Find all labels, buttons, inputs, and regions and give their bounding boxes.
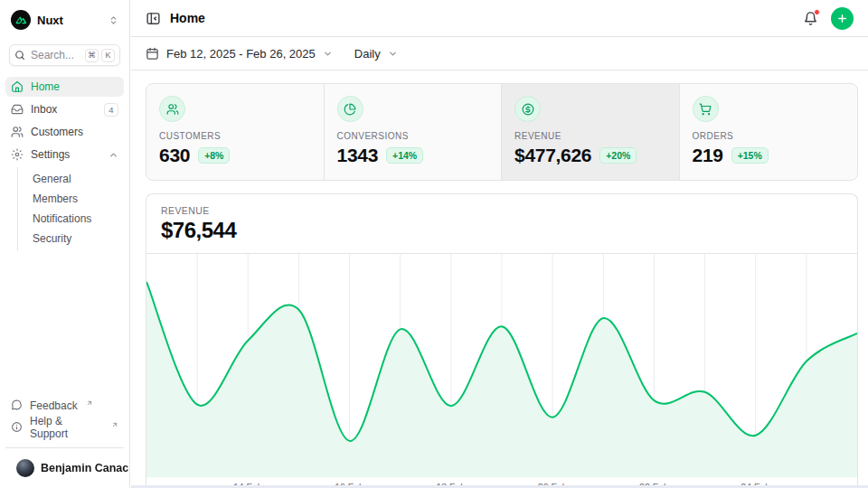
- panel-left-close-icon: [146, 11, 161, 26]
- page-title: Home: [170, 11, 205, 25]
- stat-delta-badge: +14%: [386, 147, 423, 164]
- sidebar-item-customers[interactable]: Customers: [5, 122, 124, 142]
- arrow-up-right-icon: [86, 399, 93, 407]
- chart-title: REVENUE: [161, 205, 843, 216]
- revenue-area-chart[interactable]: [146, 253, 857, 477]
- sidebar-item-home[interactable]: Home: [5, 77, 124, 97]
- stat-value: 630: [159, 145, 190, 166]
- side-link-label: Help & Support: [30, 415, 103, 440]
- gear-icon: [11, 148, 24, 161]
- user-name: Benjamin Canac: [41, 462, 128, 474]
- notifications-button[interactable]: [803, 11, 818, 26]
- revenue-chart-card: REVENUE $76,544 14 Feb16 Feb18 Feb20 Feb…: [146, 193, 858, 488]
- stat-card-conversions[interactable]: CONVERSIONS 1343 +14%: [325, 84, 503, 180]
- sidebar-item-label: Settings: [31, 148, 70, 161]
- sidebar-item-settings[interactable]: Settings: [5, 145, 124, 164]
- arrow-up-right-icon: [111, 421, 118, 428]
- chevrons-up-down-icon: [108, 15, 118, 25]
- notification-dot: [814, 9, 820, 15]
- sidebar-item-members[interactable]: Members: [18, 189, 124, 209]
- collapse-sidebar-button[interactable]: [146, 11, 161, 26]
- stat-card-customers[interactable]: CUSTOMERS 630 +8%: [146, 84, 325, 180]
- chart-current-value: $76,544: [161, 218, 843, 243]
- search-shortcut: ⌘ K: [85, 49, 115, 62]
- stat-card-orders[interactable]: ORDERS 219 +15%: [680, 84, 858, 180]
- revenue-chart-svg: [146, 254, 857, 477]
- user-menu[interactable]: Benjamin Canac: [11, 457, 118, 479]
- kbd-k: K: [101, 49, 115, 62]
- stat-label: REVENUE: [514, 131, 666, 141]
- chevron-down-icon: [388, 49, 398, 59]
- kbd-cmd: ⌘: [85, 49, 99, 62]
- message-circle-icon: [11, 399, 23, 411]
- users-icon: [11, 126, 24, 138]
- stat-label: CUSTOMERS: [159, 131, 311, 141]
- sidebar-nav: Home Inbox 4 Customers Settings Genera: [0, 75, 129, 252]
- stat-delta-badge: +15%: [731, 147, 769, 164]
- help-support-link[interactable]: Help & Support: [5, 418, 124, 436]
- date-range-label: Feb 12, 2025 - Feb 26, 2025: [166, 47, 316, 61]
- sidebar-divider: [5, 447, 124, 448]
- nuxt-logo-icon: [11, 10, 31, 30]
- sidebar-item-general[interactable]: General: [18, 169, 124, 189]
- header-actions: [803, 7, 854, 30]
- stat-value: 219: [693, 145, 723, 166]
- chevron-up-icon: [108, 150, 118, 160]
- filters-toolbar: Feb 12, 2025 - Feb 26, 2025 Daily: [131, 37, 868, 70]
- sidebar-item-label: Customers: [31, 126, 83, 138]
- sidebar: Nuxt Search... ⌘ K Home Inbox 4: [0, 0, 130, 488]
- search-icon: [14, 50, 25, 61]
- sidebar-item-inbox[interactable]: Inbox 4: [5, 99, 124, 119]
- settings-subnav: General Members Notifications Security: [17, 167, 124, 250]
- avatar: [16, 459, 34, 477]
- sidebar-item-notifications[interactable]: Notifications: [18, 209, 124, 229]
- date-range-picker[interactable]: Feb 12, 2025 - Feb 26, 2025: [146, 47, 333, 61]
- inbox-count-badge: 4: [104, 103, 118, 117]
- side-link-label: Feedback: [30, 399, 78, 412]
- main-area: Home Feb 12, 2025 - Feb 26, 2025: [131, 0, 868, 488]
- stat-delta-badge: +8%: [198, 147, 230, 164]
- sidebar-item-label: Inbox: [31, 103, 57, 116]
- pie-chart-icon: [337, 96, 363, 122]
- stat-card-revenue[interactable]: REVENUE $477,626 +20%: [502, 84, 680, 180]
- stats-panel: CUSTOMERS 630 +8% CONVERSIONS 1343 +14%: [146, 83, 858, 181]
- chevron-down-icon: [323, 49, 333, 59]
- inbox-icon: [11, 103, 24, 116]
- sidebar-item-label: Home: [31, 80, 60, 93]
- stat-value: 1343: [337, 145, 379, 166]
- dashboard-content: CUSTOMERS 630 +8% CONVERSIONS 1343 +14%: [131, 70, 868, 488]
- add-button[interactable]: [831, 7, 854, 30]
- workspace-name: Nuxt: [37, 14, 63, 27]
- page-header: Home: [131, 0, 868, 37]
- stat-label: CONVERSIONS: [337, 131, 489, 141]
- granularity-select[interactable]: Daily: [354, 47, 398, 61]
- sidebar-item-security[interactable]: Security: [18, 229, 124, 249]
- info-circle-icon: [11, 421, 23, 433]
- chart-header: REVENUE $76,544: [146, 194, 857, 253]
- home-icon: [11, 80, 24, 93]
- workspace-switcher[interactable]: Nuxt: [5, 7, 124, 33]
- shopping-cart-icon: [693, 96, 719, 122]
- circle-dollar-icon: [514, 96, 541, 122]
- search-input[interactable]: Search... ⌘ K: [9, 44, 120, 66]
- sidebar-footer: Feedback Help & Support Benjamin Canac: [0, 396, 129, 481]
- calendar-icon: [146, 47, 159, 61]
- stat-value: $477,626: [514, 145, 591, 166]
- search-placeholder: Search...: [31, 49, 80, 61]
- granularity-label: Daily: [354, 47, 381, 61]
- plus-icon: [836, 13, 848, 24]
- feedback-link[interactable]: Feedback: [5, 396, 124, 415]
- users-icon: [159, 96, 185, 122]
- stat-delta-badge: +20%: [599, 147, 637, 164]
- stat-label: ORDERS: [693, 131, 845, 141]
